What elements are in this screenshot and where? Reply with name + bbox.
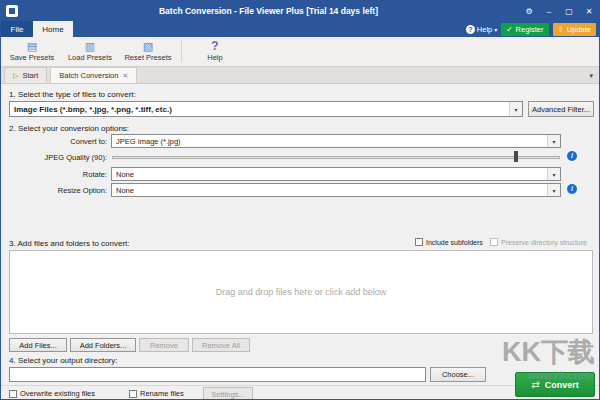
ribbon-separator xyxy=(181,41,182,62)
rotate-label: Rotate: xyxy=(1,170,107,179)
advanced-filter-button[interactable]: Advanced Filter... xyxy=(528,101,594,117)
chevron-down-icon: ▾ xyxy=(547,135,560,147)
resize-label: Resize Option: xyxy=(1,186,107,195)
choose-button[interactable]: Choose... xyxy=(430,367,486,382)
tab-batch-conversion[interactable]: Batch Conversion ✕ xyxy=(50,67,137,83)
checkbox-icon xyxy=(490,238,498,246)
quality-label: JPEG Quality (90): xyxy=(1,153,107,162)
resize-combo[interactable]: None ▾ xyxy=(111,183,561,197)
ribbon: ▤ Save Presets ▥ Load Presets ▧ Reset Pr… xyxy=(1,37,599,67)
preserve-structure-label: Preserve directory structure xyxy=(501,239,587,246)
rotate-combo[interactable]: None ▾ xyxy=(111,167,561,181)
remove-button[interactable]: Remove xyxy=(139,338,189,352)
remove-all-button[interactable]: Remove All xyxy=(192,338,250,352)
help-icon: ? xyxy=(466,25,475,34)
tabstrip-dropdown-icon[interactable]: ▾ xyxy=(589,72,599,83)
register-label: Register xyxy=(516,25,544,34)
chevron-down-icon: ▾ xyxy=(547,184,560,196)
reset-presets-label: Reset Presets xyxy=(124,53,171,62)
reset-presets-icon: ▧ xyxy=(143,41,153,52)
convert-button[interactable]: ⇄ Convert xyxy=(515,372,595,397)
rename-files-label: Rename files xyxy=(140,389,184,398)
help-menu-label: Help xyxy=(477,25,492,34)
titlebar: Batch Conversion - File Viewer Plus [Tri… xyxy=(1,1,599,21)
ribbon-help-button[interactable]: ? Help xyxy=(186,38,244,65)
app-icon xyxy=(6,5,18,17)
save-presets-icon: ▤ xyxy=(27,41,37,52)
quality-slider-handle[interactable] xyxy=(514,151,518,162)
info-icon[interactable]: i xyxy=(567,184,577,194)
section4-heading: 4. Select your output directory: xyxy=(9,356,118,365)
maximize-button[interactable]: ▢ xyxy=(559,1,579,21)
load-presets-icon: ▥ xyxy=(85,41,95,52)
footer-divider xyxy=(1,385,599,386)
window-title: Batch Conversion - File Viewer Plus [Tri… xyxy=(18,6,519,16)
update-label: Update xyxy=(567,25,591,34)
save-presets-button[interactable]: ▤ Save Presets xyxy=(3,38,61,65)
up-arrow-icon: ⇧ xyxy=(558,25,564,34)
chevron-down-icon: ▾ xyxy=(547,168,560,180)
menubar: File Home ? Help ▾ ✓ Register ⇧ Update xyxy=(1,21,599,37)
tab-home[interactable]: Home xyxy=(33,21,73,37)
settings-button[interactable]: Settings... xyxy=(203,387,253,400)
help-menu[interactable]: ? Help ▾ xyxy=(466,25,497,34)
load-presets-label: Load Presets xyxy=(68,53,112,62)
chevron-down-icon: ▾ xyxy=(509,102,522,116)
minimize-button[interactable]: – xyxy=(539,1,559,21)
info-icon[interactable]: i xyxy=(567,151,577,161)
convert-to-value: JPEG Image (*.jpg) xyxy=(112,137,547,146)
checkbox-icon xyxy=(9,390,17,398)
preserve-structure-checkbox[interactable]: Preserve directory structure xyxy=(490,238,587,246)
rename-files-checkbox[interactable]: Rename files xyxy=(129,389,184,398)
check-icon: ✓ xyxy=(506,25,512,34)
convert-label: Convert xyxy=(545,380,579,390)
close-button[interactable]: ✕ xyxy=(579,1,599,21)
reset-presets-button[interactable]: ▧ Reset Presets xyxy=(119,38,177,65)
file-type-value: Image Files (*.bmp, *.jpg, *.png, *.tiff… xyxy=(10,105,509,114)
gear-icon[interactable]: ⚙ xyxy=(519,1,539,21)
tab-start[interactable]: ▷ Start xyxy=(4,67,47,83)
ribbon-help-label: Help xyxy=(207,53,222,62)
output-directory-input[interactable] xyxy=(9,367,426,382)
include-subfolders-checkbox[interactable]: Include subfolders xyxy=(415,238,483,246)
add-files-button[interactable]: Add Files... xyxy=(9,338,67,352)
section3-heading: 3. Add files and folders to convert: xyxy=(9,239,130,248)
file-type-combo[interactable]: Image Files (*.bmp, *.jpg, *.png, *.tiff… xyxy=(9,101,523,117)
register-button[interactable]: ✓ Register xyxy=(501,23,548,36)
tab-batch-label: Batch Conversion xyxy=(59,71,118,80)
overwrite-label: Overwrite existing files xyxy=(20,389,95,398)
load-presets-button[interactable]: ▥ Load Presets xyxy=(61,38,119,65)
checkbox-icon xyxy=(415,238,423,246)
update-button[interactable]: ⇧ Update xyxy=(553,23,596,36)
include-subfolders-label: Include subfolders xyxy=(426,239,483,246)
convert-to-label: Convert to: xyxy=(1,137,107,146)
tab-start-label: Start xyxy=(22,71,38,80)
watermark-text: KK下载 xyxy=(502,339,595,366)
close-tab-icon[interactable]: ✕ xyxy=(122,72,128,80)
chevron-down-icon: ▾ xyxy=(494,26,497,33)
section1-heading: 1. Select the type of files to convert: xyxy=(9,90,136,99)
convert-to-combo[interactable]: JPEG Image (*.jpg) ▾ xyxy=(111,134,561,148)
resize-value: None xyxy=(112,186,547,195)
add-folders-button[interactable]: Add Folders... xyxy=(70,338,136,352)
section2-heading: 2. Select your conversion options: xyxy=(9,124,129,133)
convert-icon: ⇄ xyxy=(531,379,539,390)
quality-slider[interactable] xyxy=(111,150,561,164)
help-doc-icon: ? xyxy=(211,41,218,52)
save-presets-label: Save Presets xyxy=(10,53,55,62)
app-window: Batch Conversion - File Viewer Plus [Tri… xyxy=(0,0,600,400)
slider-track xyxy=(112,156,560,159)
tabstrip: ▷ Start Batch Conversion ✕ ▾ xyxy=(1,67,599,84)
drop-zone-hint: Drag and drop files here or click add be… xyxy=(216,287,387,297)
rotate-value: None xyxy=(112,170,547,179)
overwrite-checkbox[interactable]: Overwrite existing files xyxy=(9,389,95,398)
checkbox-icon xyxy=(129,390,137,398)
drop-zone[interactable]: Drag and drop files here or click add be… xyxy=(9,250,593,334)
play-icon: ▷ xyxy=(13,72,18,80)
tab-file[interactable]: File xyxy=(1,21,33,37)
